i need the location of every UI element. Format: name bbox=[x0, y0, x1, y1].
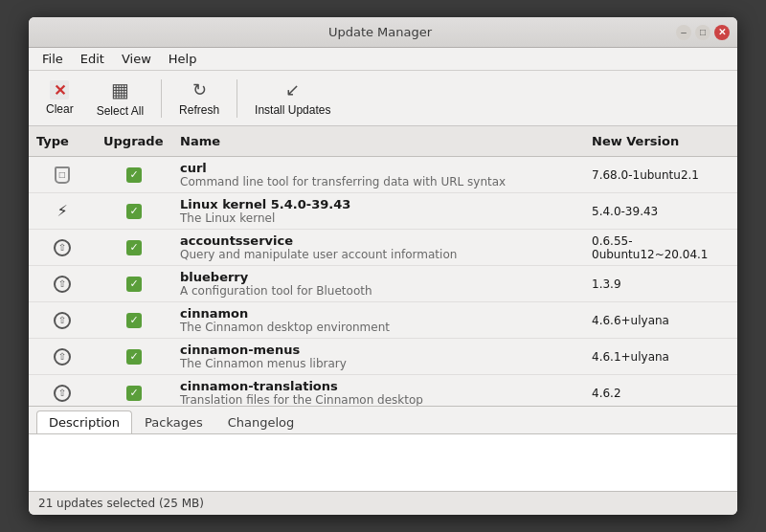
tab-description[interactable]: Description bbox=[36, 410, 132, 433]
install-label: Install Updates bbox=[255, 103, 330, 117]
up-arrow-icon: ⇧ bbox=[54, 312, 71, 329]
package-desc: The Linux kernel bbox=[180, 211, 576, 225]
col-type: Type bbox=[29, 130, 96, 152]
up-arrow-icon: ⇧ bbox=[54, 348, 71, 366]
upgrade-checkbox[interactable]: ✓ bbox=[126, 349, 142, 365]
maximize-button[interactable]: □ bbox=[695, 25, 710, 40]
type-cell: ⇧ bbox=[29, 381, 96, 406]
up-arrow-icon: ⇧ bbox=[54, 239, 71, 256]
upgrade-cell[interactable]: ✓ bbox=[96, 236, 172, 259]
type-cell: ⇧ bbox=[29, 344, 96, 369]
version-cell: 5.4.0-39.43 bbox=[584, 201, 737, 222]
close-button[interactable]: ✕ bbox=[714, 25, 730, 40]
package-desc: Translation files for the Cinnamon deskt… bbox=[180, 393, 576, 406]
package-desc: Command line tool for transferring data … bbox=[180, 175, 576, 188]
upgrade-checkbox[interactable]: ✓ bbox=[126, 204, 142, 219]
menu-edit[interactable]: Edit bbox=[73, 50, 112, 68]
upgrade-checkbox[interactable]: ✓ bbox=[126, 167, 142, 183]
upgrade-checkbox[interactable]: ✓ bbox=[126, 277, 142, 292]
version-cell: 0.6.55-0ubuntu12~20.04.1 bbox=[584, 231, 737, 265]
package-name: cinnamon-menus bbox=[180, 343, 576, 357]
name-cell: cinnamon The Cinnamon desktop environmen… bbox=[172, 302, 584, 338]
table-row[interactable]: ⇧ ✓ cinnamon The Cinnamon desktop enviro… bbox=[29, 302, 737, 339]
type-cell: ⇧ bbox=[29, 272, 96, 297]
table-header: Type Upgrade Name New Version bbox=[29, 126, 737, 157]
clear-icon: ✕ bbox=[50, 80, 69, 100]
toolbar: ✕ Clear ▦ Select All ↻ Refresh ↙ Install… bbox=[29, 71, 737, 126]
version-cell: 4.6.1+ulyana bbox=[584, 346, 737, 367]
table-row[interactable]: ⇧ ✓ blueberry A configuration tool for B… bbox=[29, 266, 737, 302]
table-row[interactable]: □ ✓ curl Command line tool for transferr… bbox=[29, 157, 737, 193]
name-cell: cinnamon-menus The Cinnamon menus librar… bbox=[172, 339, 584, 374]
type-cell: ⇧ bbox=[29, 308, 96, 333]
install-updates-button[interactable]: ↙ Install Updates bbox=[245, 76, 340, 121]
upgrade-cell[interactable]: ✓ bbox=[96, 164, 172, 187]
toolbar-separator-1 bbox=[161, 79, 162, 118]
minimize-button[interactable]: – bbox=[676, 25, 691, 40]
select-all-button[interactable]: ▦ Select All bbox=[87, 75, 153, 122]
main-window: Update Manager – □ ✕ File Edit View Help… bbox=[29, 17, 737, 515]
package-name: curl bbox=[180, 161, 576, 175]
name-cell: accountsservice Query and manipulate use… bbox=[172, 230, 584, 265]
table-row[interactable]: ⇧ ✓ cinnamon-translations Translation fi… bbox=[29, 375, 737, 406]
package-name: blueberry bbox=[180, 270, 576, 284]
status-text: 21 updates selected (25 MB) bbox=[38, 497, 204, 510]
package-desc: A configuration tool for Bluetooth bbox=[180, 284, 576, 298]
table-body[interactable]: □ ✓ curl Command line tool for transferr… bbox=[29, 157, 737, 406]
window-controls: – □ ✕ bbox=[676, 25, 730, 40]
upgrade-cell[interactable]: ✓ bbox=[96, 309, 172, 332]
package-name: Linux kernel 5.4.0-39.43 bbox=[180, 197, 576, 211]
table-row[interactable]: ⇧ ✓ accountsservice Query and manipulate… bbox=[29, 230, 737, 266]
select-all-label: Select All bbox=[97, 104, 144, 118]
version-cell: 4.6.2 bbox=[584, 383, 737, 404]
select-all-icon: ▦ bbox=[111, 78, 129, 101]
type-cell: ⇧ bbox=[29, 235, 96, 260]
version-cell: 4.6.6+ulyana bbox=[584, 310, 737, 331]
upgrade-cell[interactable]: ✓ bbox=[96, 273, 172, 296]
package-table: Type Upgrade Name New Version □ ✓ curl C… bbox=[29, 126, 737, 406]
menu-view[interactable]: View bbox=[114, 50, 159, 68]
upgrade-checkbox[interactable]: ✓ bbox=[126, 386, 142, 401]
toolbar-group-2: ↻ Refresh bbox=[169, 76, 229, 121]
refresh-icon: ↻ bbox=[192, 79, 207, 100]
table-row[interactable]: ⇧ ✓ cinnamon-menus The Cinnamon menus li… bbox=[29, 339, 737, 375]
upgrade-checkbox[interactable]: ✓ bbox=[126, 240, 142, 255]
table-row[interactable]: ⚡ ✓ Linux kernel 5.4.0-39.43 The Linux k… bbox=[29, 193, 737, 230]
menubar: File Edit View Help bbox=[29, 48, 737, 71]
clear-button[interactable]: ✕ Clear bbox=[36, 77, 83, 120]
package-name: cinnamon bbox=[180, 306, 576, 321]
upgrade-cell[interactable]: ✓ bbox=[96, 345, 172, 368]
name-cell: Linux kernel 5.4.0-39.43 The Linux kerne… bbox=[172, 193, 584, 229]
toolbar-group-3: ↙ Install Updates bbox=[245, 76, 340, 121]
package-desc: The Cinnamon menus library bbox=[180, 357, 576, 370]
bolt-icon: ⚡ bbox=[56, 202, 67, 220]
col-version: New Version bbox=[584, 130, 737, 152]
up-arrow-icon: ⇧ bbox=[54, 276, 71, 293]
name-cell: cinnamon-translations Translation files … bbox=[172, 375, 584, 406]
package-name: accountsservice bbox=[180, 233, 576, 248]
tab-bar: Description Packages Changelog bbox=[29, 407, 737, 433]
package-name: cinnamon-translations bbox=[180, 379, 576, 393]
shield-icon: □ bbox=[55, 166, 70, 184]
version-cell: 1.3.9 bbox=[584, 274, 737, 295]
upgrade-cell[interactable]: ✓ bbox=[96, 200, 172, 223]
up-arrow-icon: ⇧ bbox=[54, 385, 71, 402]
tab-packages[interactable]: Packages bbox=[132, 410, 215, 433]
type-cell: ⚡ bbox=[29, 198, 96, 224]
tab-changelog[interactable]: Changelog bbox=[215, 410, 307, 433]
menu-help[interactable]: Help bbox=[161, 50, 205, 68]
tab-content bbox=[29, 433, 737, 491]
toolbar-group-1: ✕ Clear ▦ Select All bbox=[36, 75, 153, 122]
menu-file[interactable]: File bbox=[34, 50, 71, 68]
package-desc: Query and manipulate user account inform… bbox=[180, 248, 576, 261]
upgrade-checkbox[interactable]: ✓ bbox=[126, 313, 142, 328]
status-bar: 21 updates selected (25 MB) bbox=[29, 491, 737, 515]
name-cell: curl Command line tool for transferring … bbox=[172, 157, 584, 192]
upgrade-cell[interactable]: ✓ bbox=[96, 382, 172, 405]
refresh-button[interactable]: ↻ Refresh bbox=[169, 76, 229, 121]
install-icon: ↙ bbox=[285, 79, 300, 100]
refresh-label: Refresh bbox=[179, 103, 219, 117]
package-desc: The Cinnamon desktop environment bbox=[180, 321, 576, 334]
titlebar: Update Manager – □ ✕ bbox=[29, 17, 737, 48]
col-name: Name bbox=[172, 130, 584, 152]
